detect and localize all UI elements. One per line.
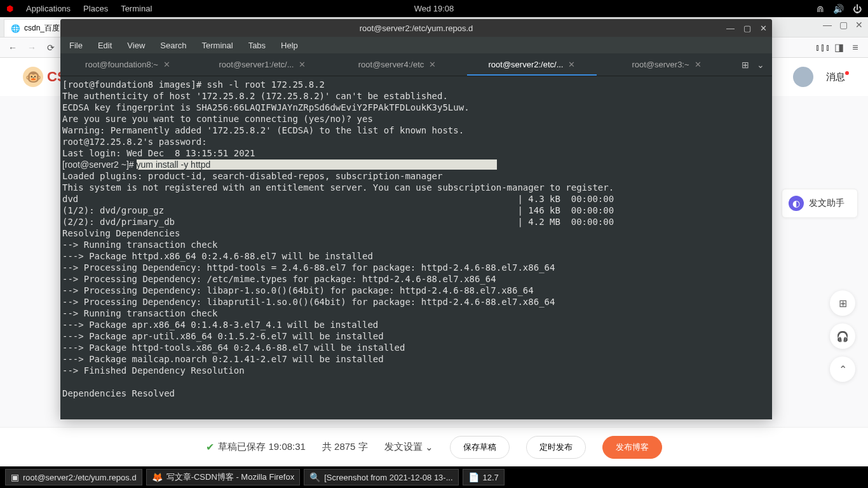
terminal-menu[interactable]: Terminal: [121, 4, 152, 13]
chevron-down-icon: ⌄: [425, 442, 433, 453]
messages-link[interactable]: 消息: [826, 71, 845, 83]
monkey-icon: 🐵: [23, 67, 43, 87]
close-tab-icon[interactable]: ✕: [429, 60, 436, 69]
terminal-output[interactable]: [root@foundation8 images]# ssh -l root 1…: [60, 76, 772, 419]
applications-menu[interactable]: Applications: [26, 4, 71, 13]
task-terminal[interactable]: ▣ root@server2:/etc/yum.repos.d: [5, 469, 142, 485]
back-button[interactable]: ←: [5, 40, 20, 55]
volume-icon[interactable]: 🔊: [833, 4, 844, 14]
terminal-menubar: File Edit View Search Terminal Tabs Help: [60, 37, 772, 53]
terminal-tab-4[interactable]: root@server3:~✕: [599, 53, 734, 76]
firefox-window-controls: — ▢ ✕: [823, 20, 863, 30]
highlighted-command: yum install -y httpd: [137, 159, 498, 170]
helper-icon: ◐: [789, 196, 804, 211]
task-document[interactable]: 📄 12.7: [463, 469, 505, 485]
terminal-icon: ▣: [11, 472, 19, 482]
gnome-taskbar: ▣ root@server2:/etc/yum.repos.d 🦊 写文章-CS…: [0, 466, 868, 488]
char-count: 共 2875 字: [322, 441, 368, 453]
scroll-top-icon[interactable]: ⌃: [830, 356, 855, 382]
close-tab-icon[interactable]: ✕: [568, 60, 575, 69]
draft-status: ✔ 草稿已保存 19:08:31: [206, 441, 306, 453]
qr-icon[interactable]: ⊞: [830, 290, 855, 316]
places-menu[interactable]: Places: [83, 4, 108, 13]
avatar[interactable]: [793, 67, 813, 87]
firefox-tab-title: csdn_百度: [24, 23, 60, 34]
terminal-window: root@server2:/etc/yum.repos.d — ▢ ✕ File…: [60, 19, 772, 419]
terminal-tab-1[interactable]: root@server1:/etc/...✕: [195, 53, 330, 76]
schedule-publish-button[interactable]: 定时发布: [526, 436, 586, 459]
publish-helper-button[interactable]: ◐ 发文助手: [782, 189, 858, 218]
headset-icon[interactable]: 🎧: [830, 323, 855, 349]
power-icon[interactable]: ⏻: [853, 4, 862, 14]
menu-terminal[interactable]: Terminal: [202, 41, 233, 50]
terminal-title: root@server2:/etc/yum.repos.d: [360, 24, 473, 33]
close-icon[interactable]: ✕: [855, 20, 863, 30]
reload-button[interactable]: ⟳: [43, 40, 58, 55]
check-icon: ✔: [206, 441, 214, 453]
close-icon[interactable]: ✕: [760, 24, 767, 33]
new-tab-icon[interactable]: ⊞: [742, 60, 749, 70]
image-viewer-icon: 🔍: [309, 472, 320, 482]
menu-search[interactable]: Search: [160, 41, 186, 50]
document-icon: 📄: [468, 472, 479, 482]
forward-button: →: [24, 40, 39, 55]
publish-settings[interactable]: 发文设置 ⌄: [384, 441, 433, 453]
terminal-titlebar[interactable]: root@server2:/etc/yum.repos.d — ▢ ✕: [60, 19, 772, 37]
terminal-tab-2[interactable]: root@server4:/etc✕: [330, 53, 465, 76]
menu-file[interactable]: File: [69, 41, 83, 50]
redhat-icon: ⬢: [6, 4, 13, 13]
tab-dropdown-icon[interactable]: ⌄: [757, 60, 764, 70]
terminal-tab-3[interactable]: root@server2:/etc/...✕: [465, 53, 599, 76]
gnome-top-bar: ⬢ Applications Places Terminal Wed 19:08…: [0, 0, 868, 17]
task-screenshot[interactable]: 🔍 [Screenshot from 2021-12-08 13-...: [304, 469, 458, 485]
close-tab-icon[interactable]: ✕: [163, 60, 170, 69]
firefox-icon: 🦊: [152, 472, 163, 482]
terminal-tabs: root@foundation8:~✕ root@server1:/etc/..…: [60, 53, 772, 76]
maximize-icon[interactable]: ▢: [743, 24, 751, 33]
menu-view[interactable]: View: [127, 41, 145, 50]
float-actions: ⊞ 🎧 ⌃: [830, 290, 855, 382]
clock-label[interactable]: Wed 19:08: [414, 4, 454, 13]
maximize-icon[interactable]: ▢: [839, 20, 848, 30]
publish-button[interactable]: 发布博客: [602, 436, 662, 459]
sidebar-icon[interactable]: ◨: [834, 41, 844, 53]
firefox-tab[interactable]: 🌐 csdn_百度: [4, 19, 67, 37]
task-firefox[interactable]: 🦊 写文章-CSDN博客 - Mozilla Firefox: [146, 469, 301, 485]
library-icon[interactable]: ⫾⫿⫾: [815, 42, 831, 53]
wifi-icon[interactable]: ⋒: [817, 4, 824, 14]
minimize-icon[interactable]: —: [823, 20, 832, 30]
menu-edit[interactable]: Edit: [98, 41, 112, 50]
menu-button[interactable]: ≡: [848, 40, 863, 55]
minimize-icon[interactable]: —: [726, 24, 735, 33]
close-tab-icon[interactable]: ✕: [695, 60, 702, 69]
close-tab-icon[interactable]: ✕: [299, 60, 306, 69]
terminal-tab-0[interactable]: root@foundation8:~✕: [60, 53, 195, 76]
float-tools: ◐ 发文助手: [782, 189, 858, 218]
csdn-bottom-bar: ✔ 草稿已保存 19:08:31 共 2875 字 发文设置 ⌄ 保存草稿 定时…: [0, 427, 868, 466]
save-draft-button[interactable]: 保存草稿: [450, 436, 510, 459]
menu-help[interactable]: Help: [281, 41, 298, 50]
notification-dot-icon: [845, 71, 849, 75]
menu-tabs[interactable]: Tabs: [248, 41, 266, 50]
globe-icon: 🌐: [11, 24, 20, 33]
